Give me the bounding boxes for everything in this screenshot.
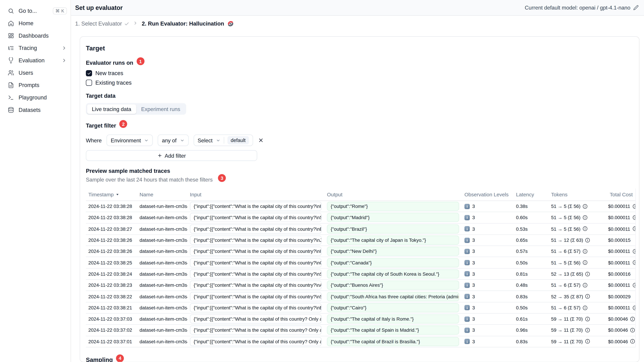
checkbox-unchecked-icon[interactable] <box>86 80 92 86</box>
cell-output[interactable]: {"output":"Rome"} <box>327 202 459 211</box>
default-model-button[interactable]: Current default model: openai / gpt-4.1-… <box>525 4 638 11</box>
sidebar-item-label: Home <box>18 20 34 26</box>
sidebar-item-evaluation[interactable]: Evaluation <box>0 54 70 66</box>
tab-experiment-runs[interactable]: Experiment runs <box>136 104 185 114</box>
table-row[interactable]: 2024-11-22 03:38:28dataset-run-item-cm3s… <box>86 212 635 223</box>
cell-input[interactable]: {"input":[{"content":"What is the capita… <box>190 213 322 222</box>
table-row[interactable]: 2024-11-22 03:38:23dataset-run-item-cm3s… <box>86 280 635 291</box>
cell-output[interactable]: {"output":"Madrid"} <box>327 213 459 222</box>
cell-output[interactable]: {"output":"Canada"} <box>327 258 459 267</box>
cell-input[interactable]: {"input":[{"content":"What is the capita… <box>190 292 322 301</box>
checkbox-checked-icon[interactable] <box>86 70 92 76</box>
checkbox-existing-traces[interactable]: Existing traces <box>86 80 635 86</box>
sidebar-item-playground[interactable]: Playground <box>0 91 70 104</box>
info-icon <box>632 260 635 265</box>
table-row[interactable]: 2024-11-22 03:38:21dataset-run-item-cm3s… <box>86 302 635 314</box>
cell-total-cost: $0.000011 <box>607 204 635 209</box>
cell-name: dataset-run-item-cm3s4 <box>137 215 188 220</box>
sidebar-item-users[interactable]: Users <box>0 66 70 79</box>
tab-live-tracing-data[interactable]: Live tracing data <box>87 104 136 114</box>
sidebar-item-datasets[interactable]: Datasets <box>0 103 70 116</box>
cell-output[interactable]: {"output":"The capital of Spain is Madri… <box>327 326 459 335</box>
cell-output[interactable]: {"output":"The capital city of South Kor… <box>327 269 459 278</box>
cell-name: dataset-run-item-cm3s4 <box>137 328 188 333</box>
cell-input[interactable]: {"input":[{"content":"What is the capita… <box>190 224 322 233</box>
cell-output[interactable]: {"output":"The capital of Italy is Rome.… <box>327 315 459 324</box>
breadcrumb-step-select-evaluator[interactable]: 1. Select Evaluator <box>75 20 129 27</box>
cell-timestamp: 2024-11-22 03:38:23 <box>86 283 137 288</box>
cell-input[interactable]: {"input":[{"content":"What is the capita… <box>190 236 322 245</box>
table-row[interactable]: 2024-11-22 03:38:28dataset-run-item-cm3s… <box>86 201 635 212</box>
column-header-input[interactable]: Input <box>188 192 324 198</box>
table-row[interactable]: 2024-11-22 03:37:02dataset-run-item-cm3s… <box>86 325 635 336</box>
cell-observation-levels: i3 <box>462 271 514 277</box>
remove-filter-button[interactable] <box>258 137 264 143</box>
cell-timestamp: 2024-11-22 03:38:26 <box>86 238 137 243</box>
table-row[interactable]: 2024-11-22 03:38:26dataset-run-item-cm3s… <box>86 246 635 257</box>
cell-output[interactable]: {"output":"Cairo"} <box>327 303 459 312</box>
cell-input[interactable]: {"input":[{"content":"What is the capita… <box>190 258 322 267</box>
add-filter-button[interactable]: Add filter <box>86 150 257 161</box>
sidebar: Go to... ⌘ K Home Dashboards Tracing Eva… <box>0 0 71 362</box>
cell-input[interactable]: {"input":[{"content":"What is the capita… <box>190 269 322 278</box>
column-header-output[interactable]: Output <box>324 192 462 198</box>
level-info-icon: i <box>464 316 470 322</box>
cell-observation-levels: i3 <box>462 328 514 333</box>
cell-output[interactable]: {"output":"Brazil"} <box>327 224 459 233</box>
sidebar-item-label: Evaluation <box>18 57 45 63</box>
column-header-latency[interactable]: Latency <box>514 192 548 198</box>
sidebar-item-prompts[interactable]: Prompts <box>0 79 70 91</box>
checkbox-new-traces[interactable]: New traces <box>86 70 635 76</box>
table-row[interactable]: 2024-11-22 03:38:26dataset-run-item-cm3s… <box>86 235 635 246</box>
column-header-name[interactable]: Name <box>137 192 188 198</box>
column-header-tokens[interactable]: Tokens <box>548 192 607 198</box>
goto-button[interactable]: Go to... ⌘ K <box>0 4 70 17</box>
cell-input[interactable]: {"input":[{"content":"What is the capita… <box>190 315 322 324</box>
cell-output[interactable]: {"output":"The capital of Brazil is Bras… <box>327 337 459 346</box>
sidebar-item-home[interactable]: Home <box>0 17 70 29</box>
info-icon <box>585 316 590 322</box>
cell-tokens: 59 → 11 (Σ 70) <box>548 339 607 344</box>
table-row[interactable]: 2024-11-22 03:37:01dataset-run-item-cm3s… <box>86 336 635 347</box>
cell-total-cost: $0.000011 <box>607 249 635 254</box>
cell-input[interactable]: {"input":[{"content":"What is the capita… <box>190 202 322 211</box>
filter-column-select[interactable]: Environment <box>107 134 153 146</box>
cell-output[interactable]: {"output":"New Delhi"} <box>327 247 459 256</box>
cell-output[interactable]: {"output":"The capital city of Japan is … <box>327 236 459 245</box>
filter-operator-select[interactable]: any of <box>158 134 188 146</box>
table-row[interactable]: 2024-11-22 03:38:25dataset-run-item-cm3s… <box>86 257 635 269</box>
info-icon <box>585 328 590 333</box>
pencil-icon <box>633 5 639 10</box>
table-row[interactable]: 2024-11-22 03:38:22dataset-run-item-cm3s… <box>86 291 635 302</box>
cell-input[interactable]: {"input":[{"content":"What is the capita… <box>190 337 322 346</box>
info-icon <box>632 305 635 310</box>
table-row[interactable]: 2024-11-22 03:38:27dataset-run-item-cm3s… <box>86 223 635 235</box>
cell-input[interactable]: {"input":[{"content":"What is the capita… <box>190 247 322 256</box>
cell-input[interactable]: {"input":[{"content":"What is the capita… <box>190 326 322 335</box>
cell-total-cost: $0.000011 <box>607 305 635 310</box>
sidebar-item-dashboards[interactable]: Dashboards <box>0 29 70 42</box>
table-row[interactable]: 2024-11-22 03:37:03dataset-run-item-cm3s… <box>86 314 635 325</box>
sidebar-item-label: Users <box>18 69 33 76</box>
check-icon <box>124 21 129 26</box>
cell-observation-levels: i3 <box>462 339 514 344</box>
level-info-icon: i <box>464 226 470 232</box>
column-header-observation-levels[interactable]: Observation Levels <box>462 192 514 198</box>
evaluator-runs-on-label: Evaluator runs on <box>86 60 133 66</box>
table-row[interactable]: 2024-11-22 03:38:24dataset-run-item-cm3s… <box>86 269 635 280</box>
column-header-timestamp[interactable]: Timestamp <box>86 192 137 198</box>
evaluation-icon <box>8 57 14 63</box>
step-badge-2: 2 <box>120 120 127 128</box>
cell-output[interactable]: {"output":"Buenos Aires"} <box>327 281 459 290</box>
cell-output[interactable]: {"output":"South Africa has three capita… <box>327 292 459 301</box>
level-info-icon: i <box>464 283 470 288</box>
cell-latency: 0.50s <box>514 305 548 310</box>
column-header-total-cost[interactable]: Total Cost <box>607 192 635 198</box>
plus-icon <box>157 153 162 158</box>
cell-input[interactable]: {"input":[{"content":"What is the capita… <box>190 281 322 290</box>
cell-total-cost: $0.00046 <box>607 328 635 333</box>
sidebar-item-tracing[interactable]: Tracing <box>0 42 70 54</box>
cell-total-cost: $0.000015 <box>607 238 635 243</box>
filter-value-select[interactable]: Select default <box>194 134 253 146</box>
cell-input[interactable]: {"input":[{"content":"What is the capita… <box>190 303 322 312</box>
